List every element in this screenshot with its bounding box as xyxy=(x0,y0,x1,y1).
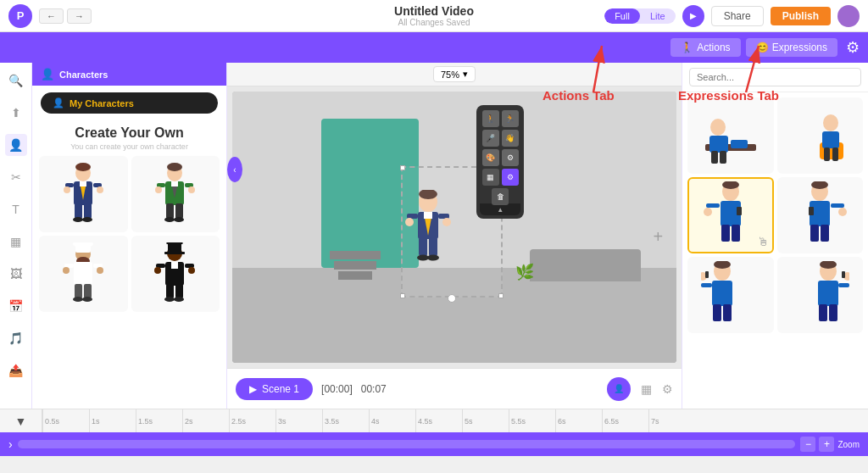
right-char-4[interactable] xyxy=(777,177,864,253)
zoom-in-button[interactable]: + xyxy=(819,437,834,452)
svg-point-36 xyxy=(73,297,83,302)
scene-stairs xyxy=(330,251,381,281)
my-characters-button[interactable]: 👤 My Characters xyxy=(41,92,218,114)
character-item-2[interactable] xyxy=(131,156,220,232)
zoom-indicator[interactable]: 75% ▾ xyxy=(433,66,476,82)
svg-rect-8 xyxy=(75,203,82,219)
characters-panel-tab: 👤 Characters xyxy=(32,63,226,86)
ruler-mark-3: 2s xyxy=(182,409,229,433)
zoom-value: 75% xyxy=(441,70,459,80)
timeline-settings-icon[interactable]: ⚙ xyxy=(662,382,673,396)
timeline-media-icon[interactable]: ▦ xyxy=(641,382,652,396)
sidebar-item-upload[interactable]: ⬆ xyxy=(5,102,27,124)
sidebar-item-scenes[interactable]: 📅 xyxy=(5,295,27,317)
tab-full[interactable]: Full xyxy=(604,8,640,24)
timeline-character-avatar[interactable]: 👤 xyxy=(607,377,631,401)
svg-rect-103 xyxy=(705,271,709,278)
right-char-3[interactable]: 🖱 xyxy=(687,177,774,253)
right-char-figure-4 xyxy=(790,181,849,249)
nav-forward-button[interactable]: → xyxy=(67,8,92,24)
ruler-mark-9: 5s xyxy=(462,409,509,433)
scene-play-button[interactable]: ▶ Scene 1 xyxy=(236,378,313,400)
action-paint-icon[interactable]: 🎨 xyxy=(482,149,499,166)
sidebar-item-audio[interactable]: 🎵 xyxy=(5,327,27,349)
right-panel-search xyxy=(682,63,868,92)
svg-rect-106 xyxy=(818,281,838,306)
user-avatar[interactable] xyxy=(837,5,860,27)
sidebar-item-export[interactable]: 📤 xyxy=(5,359,27,381)
svg-point-55 xyxy=(188,267,195,274)
action-row-3: 🎨 ⚙ xyxy=(481,149,520,166)
zoom-dropdown-icon: ▾ xyxy=(463,69,468,80)
svg-rect-34 xyxy=(75,284,82,298)
nav-back-button[interactable]: ← xyxy=(39,8,64,24)
handle-br[interactable] xyxy=(498,293,504,298)
app-header: P ← → Untitled Video All Changes Saved F… xyxy=(0,0,868,32)
bottom-strip: › − + Zoom xyxy=(0,432,868,456)
preview-play-button[interactable]: ▶ xyxy=(682,5,704,27)
more-options-button[interactable]: ⚙ xyxy=(846,38,860,57)
ruler-mark-13: 7s xyxy=(648,409,695,433)
timeline-track[interactable] xyxy=(18,440,796,448)
video-title: Untitled Video xyxy=(394,4,474,18)
right-char-figure-6 xyxy=(790,261,849,329)
svg-rect-74 xyxy=(720,151,726,164)
handle-tl[interactable] xyxy=(400,165,405,170)
sidebar-item-images[interactable]: 🖼 xyxy=(5,263,27,285)
publish-button[interactable]: Publish xyxy=(771,7,831,25)
svg-point-4 xyxy=(75,163,91,171)
svg-rect-92 xyxy=(821,225,829,242)
action-settings-icon[interactable]: ⚙ xyxy=(502,149,519,166)
ruler-mark-6: 3.5s xyxy=(322,409,369,433)
timeline-triangle-icon[interactable]: ▼ xyxy=(15,415,27,428)
canvas-scene[interactable]: 🌿 xyxy=(232,92,676,363)
save-status: All Changes Saved xyxy=(394,18,474,27)
svg-rect-79 xyxy=(832,147,838,161)
svg-point-37 xyxy=(82,297,92,302)
sidebar-item-characters[interactable]: 👤 xyxy=(5,134,27,156)
sidebar-item-search[interactable]: 🔍 xyxy=(5,70,27,92)
sidebar-item-shapes[interactable]: ▦ xyxy=(5,231,27,253)
share-button[interactable]: Share xyxy=(711,6,764,26)
actions-tab[interactable]: 🚶 Actions xyxy=(670,38,740,57)
action-trash-icon[interactable]: 🗑 xyxy=(492,188,509,205)
svg-rect-9 xyxy=(84,203,92,219)
action-menu-bottom: ▲ xyxy=(480,203,520,215)
right-char-2[interactable] xyxy=(777,97,864,174)
right-char-6[interactable] xyxy=(777,257,864,333)
sidebar-item-text[interactable]: T xyxy=(5,198,27,220)
canvas-add-button[interactable]: + xyxy=(654,227,664,247)
action-run-icon[interactable]: 🏃 xyxy=(502,110,519,127)
character-item-4[interactable] xyxy=(131,236,220,312)
ruler-mark-7: 4s xyxy=(369,409,415,433)
sidebar-item-cut[interactable]: ✂ xyxy=(5,166,27,188)
panel-collapse-button[interactable]: ‹ xyxy=(227,157,242,182)
right-char-figure-1 xyxy=(701,102,760,170)
right-char-5[interactable] xyxy=(687,257,774,333)
tab-lite[interactable]: Lite xyxy=(640,8,676,24)
right-char-figure-3 xyxy=(701,181,760,249)
svg-point-51 xyxy=(174,297,184,302)
action-gear-icon[interactable]: ⚙ xyxy=(502,169,519,186)
action-box-icon[interactable]: ▦ xyxy=(482,169,499,186)
action-walk-icon[interactable]: 🚶 xyxy=(482,110,499,127)
zoom-out-button[interactable]: − xyxy=(800,437,815,452)
main-layout: 🔍 ⬆ 👤 ✂ T ▦ 🖼 📅 🎵 📤 👤 Characters 👤 My Ch… xyxy=(0,63,868,409)
app-logo[interactable]: P xyxy=(8,4,32,28)
timeline-ruler: ▼ 0.5s 1s 1.5s 2s 2.5s 3s 3.5s 4s 4.5s 5… xyxy=(0,409,868,432)
svg-point-41 xyxy=(97,267,103,274)
handle-rotate[interactable] xyxy=(448,294,456,303)
action-wave-icon[interactable]: 👋 xyxy=(502,130,519,147)
handle-bl[interactable] xyxy=(400,293,405,298)
expressions-tab[interactable]: 😊 Expressions xyxy=(746,38,837,57)
search-input[interactable] xyxy=(689,68,861,86)
characters-panel: 👤 Characters 👤 My Characters Create Your… xyxy=(32,63,227,409)
character-item-1[interactable] xyxy=(39,156,128,232)
svg-point-28 xyxy=(188,186,195,193)
character-item-3[interactable] xyxy=(39,236,128,312)
characters-grid xyxy=(32,156,226,312)
action-mic-icon[interactable]: 🎤 xyxy=(482,130,499,147)
expand-timeline-button[interactable]: › xyxy=(8,437,13,451)
right-char-1[interactable] xyxy=(687,97,774,174)
svg-point-76 xyxy=(823,114,838,131)
